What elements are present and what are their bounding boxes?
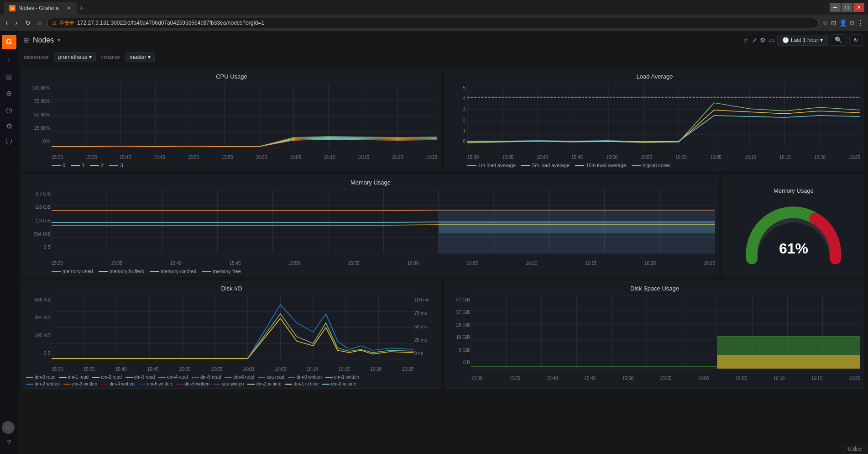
diskio-y-right-4: 25 ms — [414, 338, 439, 343]
cpu-chart — [52, 84, 437, 148]
close-tab-icon[interactable]: ✕ — [67, 5, 71, 11]
extensions-button[interactable]: ⧉ — [850, 19, 854, 27]
load-x-label: 16:20 — [814, 155, 826, 160]
diskio-legend-dm1r: dm-1 read — [59, 375, 89, 380]
mem-x-label: 15:35 — [111, 261, 122, 266]
diskspace-x-label: 15:55 — [660, 376, 671, 381]
load-legend-cores: logical cores — [632, 163, 670, 168]
time-range-chevron: ▾ — [820, 37, 823, 43]
refresh-button[interactable]: ↻ — [849, 34, 863, 46]
sidebar-explore-icon[interactable]: ⊕ — [2, 86, 16, 100]
search-button[interactable]: 🔍 — [831, 34, 847, 46]
cpu-y-label-3: 25.00% — [24, 126, 50, 131]
load-y-0: 0 — [447, 139, 465, 144]
profile-button[interactable]: 👤 — [839, 19, 847, 27]
bookmark-star-button[interactable]: ☆ — [822, 19, 828, 27]
load-x-label: 16:00 — [675, 155, 687, 160]
home-button[interactable]: ⌂ — [36, 17, 43, 28]
cpu-usage-panel: CPU Usage 100.00% 75.00% 50.00% 25.00% 0… — [22, 69, 441, 171]
datasource-select[interactable]: prometheus ▾ — [54, 52, 95, 62]
settings-button[interactable]: ⚙ — [760, 37, 766, 44]
gauge-svg: 61% — [739, 196, 848, 269]
load-x-label: 15:35 — [502, 155, 513, 160]
diskio-legend-dm5w: dm-5 written — [138, 381, 172, 386]
diskio-legend-dm4w: dm-4 written — [101, 381, 135, 386]
diskio-y-right-1: 100 ms — [414, 297, 439, 302]
diskio-chart — [52, 296, 413, 359]
clock-icon: 🕐 — [782, 37, 789, 43]
sidebar: G + ⊞ ⊕ ◷ ⚙ 🛡 U ? — [0, 31, 18, 454]
diskspace-x-label: 16:15 — [811, 376, 822, 381]
minimize-button[interactable]: ─ — [830, 3, 841, 12]
tab-title: Nodes - Grafana — [18, 5, 59, 11]
memory-usage-chart-title: Memory Usage — [22, 175, 719, 188]
mem-y-label: 3.7 GiB — [24, 191, 51, 196]
mem-y-label: 2.8 GiB — [24, 205, 51, 210]
sidebar-add-icon[interactable]: + — [2, 53, 16, 68]
reload-button[interactable]: ↻ — [23, 17, 32, 28]
dashboard-title[interactable]: Nodes — [33, 36, 54, 44]
mem-x-label: 16:25 — [704, 261, 715, 266]
browser-url-text[interactable]: 172.27.9.131:30022/d/fa49a4706d07a042595… — [77, 20, 814, 26]
diskio-x-label: 15:50 — [179, 367, 190, 372]
datasource-label: datasource — [24, 54, 48, 60]
diskio-y-left-2: 391 KiB — [24, 315, 51, 320]
disk-space-title: Disk Space Usage — [445, 281, 864, 294]
maximize-button[interactable]: □ — [842, 3, 852, 12]
memory-chart — [52, 190, 715, 253]
grafana-logo[interactable]: G — [2, 35, 16, 49]
tv-mode-button[interactable]: ▭ — [769, 37, 774, 44]
diskio-legend-dm1t: dm-1 io time — [285, 381, 319, 386]
sidebar-settings-icon[interactable]: ⚙ — [2, 119, 16, 133]
disk-space-panel: Disk Space Usage 47 GiB 37 GiB 28 GiB 19… — [445, 281, 864, 389]
back-button[interactable]: ‹ — [4, 17, 10, 29]
diskspace-y-label: 0 B — [447, 360, 470, 365]
diskio-x-label: 16:05 — [275, 367, 286, 372]
datasource-value: prometheus — [58, 54, 87, 60]
load-x-label: 16:15 — [779, 155, 791, 160]
diskio-legend-sdar: sda read — [258, 375, 284, 380]
instance-select[interactable]: master ▾ — [125, 52, 155, 62]
forward-button[interactable]: › — [13, 17, 19, 29]
browser-tab[interactable]: G Nodes - Grafana ✕ — [4, 2, 77, 15]
mem-y-label: 0 B — [24, 245, 51, 250]
diskio-x-label: 16:00 — [243, 367, 254, 372]
load-x-label: 16:05 — [710, 155, 722, 160]
mem-y-label: 954 MiB — [24, 232, 51, 237]
cpu-x-label: 15:55 — [222, 155, 233, 160]
load-average-panel: Load Average 5 4 3 2 1 0 — [445, 69, 864, 171]
diskspace-x-label: 15:50 — [622, 376, 633, 381]
close-window-button[interactable]: ✕ — [853, 3, 864, 12]
mem-x-label: 16:15 — [585, 261, 596, 266]
diskspace-y-label: 47 GiB — [447, 297, 470, 302]
sidebar-user-icon[interactable]: U — [2, 421, 15, 434]
diskspace-x-label: 16:05 — [736, 376, 747, 381]
cpu-legend-3: 3 — [109, 163, 123, 168]
favorite-button[interactable]: ☆ — [743, 37, 749, 44]
instance-chevron-icon: ▾ — [148, 54, 151, 60]
load-x-label: 16:10 — [745, 155, 756, 160]
diskio-x-label: 16:15 — [338, 367, 350, 372]
title-chevron-icon[interactable]: ▾ — [58, 37, 60, 43]
cpu-x-label: 15:40 — [120, 155, 131, 160]
diskio-legend-dm5r: dm-5 read — [192, 375, 221, 380]
mem-x-label: 16:00 — [407, 261, 418, 266]
cast-button[interactable]: ⊡ — [831, 19, 837, 27]
time-range-label: Last 1 hour — [791, 37, 818, 43]
new-tab-button[interactable]: + — [77, 4, 87, 13]
diskio-legend-dm0t: dm-0 io time — [322, 381, 356, 386]
time-range-button[interactable]: 🕐 Last 1 hour ▾ — [777, 35, 828, 46]
svg-rect-55 — [439, 222, 715, 233]
share-button[interactable]: ↗ — [752, 37, 757, 44]
sidebar-dashboards-icon[interactable]: ⊞ — [2, 69, 16, 84]
url-security-label: 不安全 — [59, 20, 74, 26]
sidebar-help-icon[interactable]: ? — [2, 436, 16, 450]
diskio-y-right-5: 0 ns — [414, 351, 439, 356]
memory-gauge-title: Memory Usage — [723, 184, 864, 196]
sidebar-alerting-icon[interactable]: ◷ — [2, 102, 16, 117]
menu-button[interactable]: ⋮ — [857, 19, 864, 27]
favicon-icon: G — [9, 5, 16, 11]
diskio-legend-dm0r: dm-0 read — [26, 375, 56, 380]
mem-x-label: 15:45 — [230, 261, 241, 266]
sidebar-shield-icon[interactable]: 🛡 — [2, 135, 16, 150]
